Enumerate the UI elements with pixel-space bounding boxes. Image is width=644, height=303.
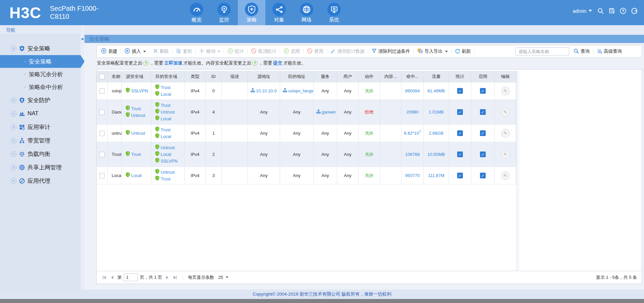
toolbar-button[interactable]: 新建 [100,48,118,55]
sidebar-group-app-proxy[interactable]: »应用代理 [0,174,80,187]
zone-entry[interactable]: Local [155,91,171,98]
zone-entry[interactable]: Trust [155,176,175,182]
toolbar-button[interactable]: 插入 [123,48,147,55]
nav-item-dashboard[interactable]: 概览 [183,0,210,25]
sidebar-group-bandwidth[interactable]: »带宽管理 [0,134,80,147]
edit-button[interactable]: ✎ [501,171,510,180]
source-address-cell: Any [248,100,280,124]
zone-entry[interactable]: Trust [155,102,175,109]
traffic-link[interactable]: 61.49MB [427,88,445,93]
zone-entry[interactable]: Local [155,151,177,158]
collapse-sidebar-icon[interactable]: ◀ [81,37,84,41]
search-button[interactable]: 查询 [573,48,591,55]
toolbar-button[interactable]: 刷新 [454,48,472,55]
zone-entry[interactable]: Untrust [155,169,175,176]
next-page-icon[interactable] [164,275,170,280]
row-select-checkbox[interactable] [99,173,105,178]
address-object-link[interactable]: 10.10.10.0 [248,88,280,93]
zone-entry[interactable]: Untrust [126,130,145,137]
traffic-link[interactable]: 1.01MB [429,110,444,115]
statistics-checkbox[interactable]: ✓ [457,173,463,178]
hits-link[interactable]: 20960 [406,110,418,115]
zone-entry[interactable]: SSLVPN [155,158,177,165]
sidebar-group-shield[interactable]: »安全防护 [0,93,80,107]
nav-item-network-globe[interactable]: 网络 [293,0,320,25]
zone-entry[interactable]: Trust [126,105,145,112]
address-object-name: sslvpn_fangw [288,88,314,93]
user-menu[interactable]: admin [573,8,592,14]
search-icon[interactable] [597,7,604,14]
advanced-search-button[interactable]: 高级查询 [596,48,623,55]
statistics-checkbox[interactable]: ✓ [457,130,463,136]
sidebar-item[interactable]: ·安全策略 [0,55,80,68]
enable-checkbox[interactable]: ✓ [480,109,486,115]
edit-button[interactable]: ✎ [501,87,510,95]
prev-page-icon[interactable] [109,275,115,280]
sidebar-group-shared-internet[interactable]: »共享上网管理 [0,161,80,174]
address-object-link[interactable]: sslvpn_fangw [280,88,313,93]
zone-entry[interactable]: Trust [155,84,171,91]
zone-entry[interactable]: Local [155,116,175,122]
zone-entry[interactable]: SSLVPN [126,88,148,94]
zone-entry[interactable]: Untrust [126,112,145,119]
vertical-scrollbar[interactable] [516,71,519,271]
nav-item-objects-share[interactable]: 对象 [265,0,293,25]
enable-checkbox[interactable]: ✓ [480,130,486,136]
nav-item-label: 网络 [302,17,312,23]
traffic-link[interactable]: 111.87M [428,173,444,178]
enable-checkbox[interactable]: ✓ [480,152,486,157]
sidebar-group-app-audit[interactable]: »应用审计 [0,120,80,134]
nav-item-monitor[interactable]: 监控 [210,0,238,25]
hits-link[interactable]: 950770 [405,173,420,178]
statistics-checkbox[interactable]: ✓ [457,88,463,94]
enable-checkbox[interactable]: ✓ [480,173,486,178]
nav-item-policy-shield[interactable]: 策略 [238,0,265,25]
sidebar-item[interactable]: ·策略命中分析 [0,81,80,93]
logout-icon[interactable] [631,7,638,14]
row-select-checkbox[interactable] [99,131,105,136]
zone-entry[interactable]: Untrust [155,109,175,116]
hits-link[interactable]: 108768 [405,152,420,157]
address-object-link[interactable]: gaowei [314,110,337,115]
help-green-icon[interactable]: ? [143,60,149,66]
per-page-value[interactable]: 25 [218,275,223,280]
row-select-checkbox[interactable] [99,152,105,157]
enable-checkbox[interactable]: ✓ [480,88,486,94]
help-green-icon[interactable]: ? [252,60,258,66]
hits-link[interactable]: 6.62*107 [404,131,421,136]
row-select-checkbox[interactable] [99,88,105,94]
last-page-icon[interactable] [172,275,178,280]
notice-link[interactable]: 立即加速 [164,60,182,66]
notice-link[interactable]: 提交 [273,60,282,66]
zone-entry[interactable]: Local [126,172,142,179]
edit-button[interactable]: ✎ [501,108,510,117]
nav-item-label: 概览 [192,17,202,23]
traffic-link[interactable]: 2.66GB [429,131,443,136]
sidebar-group-shield-plus[interactable]: »安全策略 [0,42,80,55]
advanced-search-icon [597,48,602,55]
save-icon[interactable] [608,7,615,14]
zone-entry[interactable]: Trust [126,151,141,158]
nav-item-system[interactable]: 系统 [320,0,348,25]
zone-entry[interactable]: Local [155,133,171,140]
select-all-checkbox[interactable] [99,74,105,79]
statistics-checkbox[interactable]: ✓ [457,109,463,115]
statistics-checkbox[interactable]: ✓ [457,152,463,157]
traffic-link[interactable]: 10.50MB [427,152,445,157]
policy-name-search-input[interactable] [516,47,569,55]
sidebar-group-nat[interactable]: »NAT [0,107,80,120]
zone-entry[interactable]: Untrust [155,144,177,151]
help-icon[interactable]: ? [620,7,627,14]
sidebar-group-load-balance[interactable]: »负载均衡 [0,147,80,161]
per-page-caret-icon[interactable] [226,276,228,278]
zone-entry[interactable]: Trust [155,127,171,133]
toolbar-button[interactable]: 导入导出 [416,48,449,55]
first-page-icon[interactable] [101,275,107,280]
toolbar-button[interactable]: 清除列过滤条件 [371,48,411,54]
edit-button[interactable]: ✎ [501,129,510,138]
page-input[interactable] [124,273,138,281]
hits-link[interactable]: 890084 [405,88,420,93]
edit-button[interactable]: ✎ [501,150,510,159]
row-select-checkbox[interactable] [99,110,105,115]
sidebar-item[interactable]: ·策略冗余分析 [0,68,80,81]
